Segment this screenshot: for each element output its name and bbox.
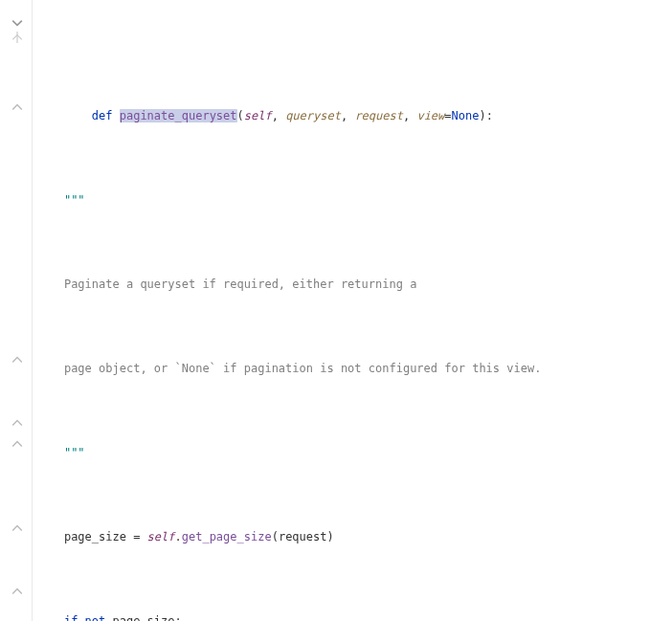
fold-mid-icon[interactable] [11,32,23,43]
paren: ( [237,109,244,122]
code-line[interactable]: page_size = self.get_page_size(request) [33,526,672,547]
code-line[interactable]: """ [33,189,672,211]
doc-text: page object, or `None` if pagination is … [64,362,542,375]
code-line[interactable]: page object, or `None` if pagination is … [33,358,672,379]
code-line[interactable]: def paginate_queryset(self, queryset, re… [33,84,672,105]
fold-end-icon[interactable] [11,522,23,534]
param: request [354,109,403,122]
code-line[interactable]: if not page_size: [33,610,672,621]
none: None [452,109,480,122]
fold-end-icon[interactable] [11,101,23,113]
param-self: self [244,109,272,122]
fold-end-icon[interactable] [11,417,23,429]
fold-end-icon[interactable] [11,438,23,450]
gutter [0,0,33,621]
kw-def: def [92,109,120,122]
param: view [416,109,444,122]
code-area[interactable]: def paginate_queryset(self, queryset, re… [33,0,672,621]
docstring: """ [64,193,85,207]
fold-icon[interactable] [11,17,23,29]
param: queryset [285,109,341,122]
fold-end-icon[interactable] [11,586,23,597]
fold-end-icon[interactable] [11,354,23,366]
doc-text: Paginate a queryset if required, either … [64,277,416,291]
code-line[interactable]: """ [33,442,672,463]
code-line[interactable]: Paginate a queryset if required, either … [33,274,672,295]
editor-root: def paginate_queryset(self, queryset, re… [0,0,672,621]
docstring: """ [64,446,85,459]
fn-name: paginate_queryset [120,109,237,122]
